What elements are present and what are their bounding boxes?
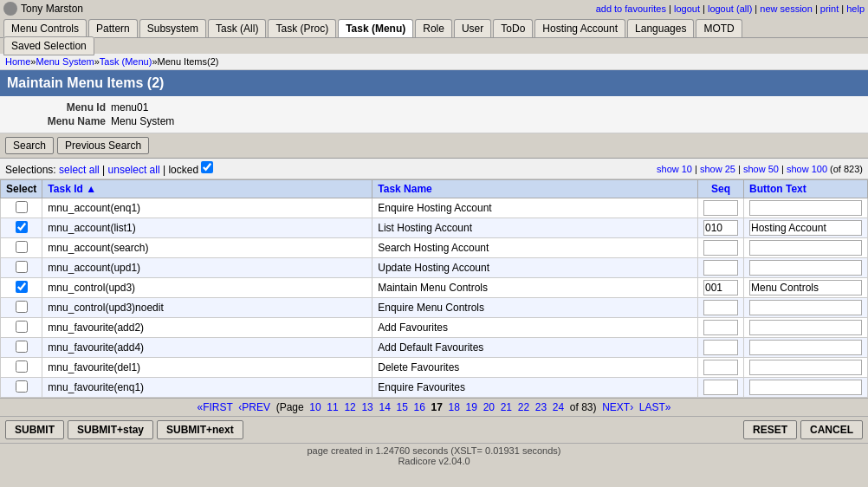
seq-cell[interactable] [698, 258, 744, 278]
row-checkbox[interactable] [16, 241, 28, 253]
col-button-text[interactable]: Button Text [744, 180, 868, 198]
saved-selection-tab[interactable]: Saved Selection [3, 36, 94, 55]
show-100-link[interactable]: show 100 [787, 164, 827, 174]
button-text-cell[interactable] [744, 258, 868, 278]
button-text-cell[interactable] [744, 298, 868, 318]
button-text-input[interactable] [749, 340, 862, 355]
first-link[interactable]: «FIRST [197, 401, 232, 413]
seq-input[interactable] [703, 300, 738, 315]
breadcrumb-home[interactable]: Home [5, 56, 30, 67]
page-21[interactable]: 21 [501, 401, 512, 413]
button-text-cell[interactable] [744, 198, 868, 218]
seq-input[interactable] [703, 200, 738, 216]
seq-cell[interactable] [698, 218, 744, 238]
tab-task-menu[interactable]: Task (Menu) [338, 19, 413, 37]
seq-input[interactable] [703, 240, 738, 256]
submit-next-button[interactable]: SUBMIT+next [157, 420, 243, 439]
row-checkbox[interactable] [16, 321, 28, 333]
previous-search-button[interactable]: Previous Search [57, 137, 149, 154]
page-10[interactable]: 10 [309, 401, 321, 413]
tab-task-all[interactable]: Task (All) [208, 19, 266, 37]
task-id-sort-link[interactable]: Task Id ▲ [48, 183, 96, 195]
button-text-cell[interactable] [744, 238, 868, 258]
row-checkbox[interactable] [16, 261, 28, 273]
col-task-name[interactable]: Task Name [372, 180, 698, 198]
seq-input[interactable] [703, 380, 738, 395]
row-checkbox[interactable] [16, 341, 28, 353]
breadcrumb-menu-system[interactable]: Menu System [36, 56, 94, 67]
row-checkbox[interactable] [16, 221, 28, 233]
show-25-link[interactable]: show 25 [700, 164, 735, 174]
locked-checkbox[interactable] [201, 161, 213, 173]
cancel-button[interactable]: CANCEL [800, 420, 863, 439]
button-text-input[interactable] [749, 260, 862, 276]
task-name-sort-link[interactable]: Task Name [378, 183, 431, 195]
search-button[interactable]: Search [5, 137, 54, 154]
select-all-link[interactable]: select all [59, 164, 100, 176]
page-14[interactable]: 14 [379, 401, 390, 413]
button-text-input[interactable] [749, 280, 862, 295]
submit-stay-button[interactable]: SUBMIT+stay [68, 420, 153, 439]
tab-pattern[interactable]: Pattern [88, 19, 138, 37]
next-link[interactable]: NEXT› [602, 401, 633, 413]
seq-cell[interactable] [698, 198, 744, 218]
seq-cell[interactable] [698, 338, 744, 358]
page-20[interactable]: 20 [483, 401, 495, 413]
seq-sort-link[interactable]: Seq [711, 183, 730, 195]
seq-cell[interactable] [698, 358, 744, 378]
breadcrumb-task-menu[interactable]: Task (Menu) [100, 56, 152, 67]
button-text-cell[interactable] [744, 318, 868, 338]
seq-input[interactable] [703, 320, 738, 335]
button-text-cell[interactable] [744, 218, 868, 238]
page-18[interactable]: 18 [449, 401, 460, 413]
seq-cell[interactable] [698, 318, 744, 338]
tab-hosting-account[interactable]: Hosting Account [534, 19, 625, 37]
last-link[interactable]: LAST» [639, 401, 671, 413]
show-50-link[interactable]: show 50 [743, 164, 779, 174]
seq-cell[interactable] [698, 378, 744, 398]
add-to-favourites-link[interactable]: add to favourites [596, 3, 666, 14]
show-10-link[interactable]: show 10 [657, 164, 692, 174]
tab-languages[interactable]: Languages [627, 19, 694, 37]
submit-button[interactable]: SUBMIT [5, 420, 64, 439]
seq-cell[interactable] [698, 238, 744, 258]
page-12[interactable]: 12 [344, 401, 355, 413]
logout-all-link[interactable]: logout (all) [708, 3, 752, 14]
tab-motd[interactable]: MOTD [696, 19, 742, 37]
page-13[interactable]: 13 [361, 401, 372, 413]
button-text-cell[interactable] [744, 358, 868, 378]
button-text-input[interactable] [749, 360, 862, 375]
button-text-input[interactable] [749, 320, 862, 335]
button-text-input[interactable] [749, 380, 862, 395]
row-checkbox[interactable] [16, 281, 28, 293]
seq-cell[interactable] [698, 278, 744, 298]
col-task-id[interactable]: Task Id ▲ [42, 180, 372, 198]
new-session-link[interactable]: new session [760, 3, 813, 14]
tab-menu-controls[interactable]: Menu Controls [3, 19, 87, 37]
seq-input[interactable] [703, 260, 738, 276]
tab-task-proc[interactable]: Task (Proc) [268, 19, 336, 37]
page-16[interactable]: 16 [414, 401, 425, 413]
button-text-cell[interactable] [744, 338, 868, 358]
page-19[interactable]: 19 [466, 401, 477, 413]
row-checkbox[interactable] [16, 380, 28, 393]
page-24[interactable]: 24 [553, 401, 564, 413]
page-23[interactable]: 23 [535, 401, 547, 413]
seq-input[interactable] [703, 340, 738, 355]
button-text-cell[interactable] [744, 278, 868, 298]
button-text-input[interactable] [749, 220, 862, 236]
logout-link[interactable]: logout [674, 3, 700, 14]
print-link[interactable]: print [820, 3, 839, 14]
seq-input[interactable] [703, 360, 738, 375]
seq-input[interactable] [703, 220, 738, 236]
tab-role[interactable]: Role [415, 19, 452, 37]
tab-todo[interactable]: ToDo [493, 19, 533, 37]
help-link[interactable]: help [846, 3, 865, 14]
seq-input[interactable] [703, 280, 738, 295]
button-text-cell[interactable] [744, 378, 868, 398]
button-text-input[interactable] [749, 300, 862, 315]
page-22[interactable]: 22 [518, 401, 529, 413]
reset-button[interactable]: RESET [743, 420, 797, 439]
row-checkbox[interactable] [16, 360, 28, 373]
prev-link[interactable]: ‹PREV [238, 401, 270, 413]
